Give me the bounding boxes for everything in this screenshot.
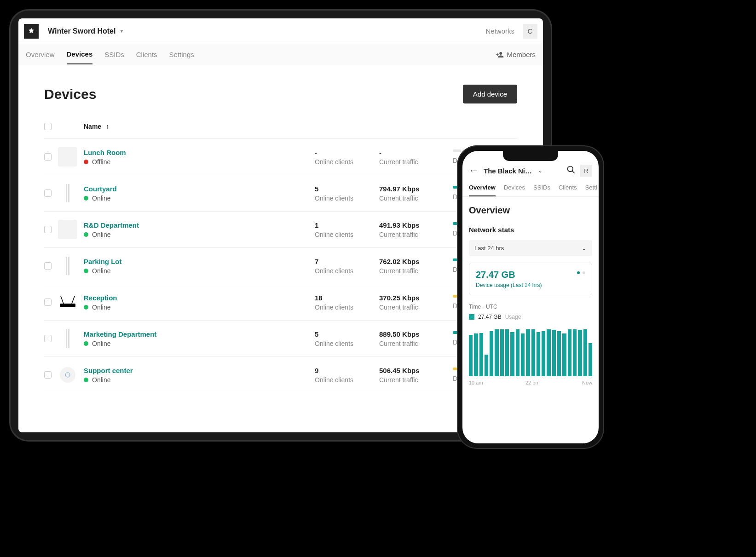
chart-bar bbox=[516, 329, 519, 376]
device-name-link[interactable]: R&D Department bbox=[84, 221, 315, 229]
row-checkbox[interactable] bbox=[44, 335, 52, 342]
legend-value: 27.47 GB bbox=[478, 314, 502, 320]
chart-bar bbox=[531, 329, 535, 376]
clients-label: Online clients bbox=[315, 340, 379, 347]
traffic-value: 506.45 Kbps bbox=[379, 367, 453, 374]
clients-value: - bbox=[315, 149, 379, 156]
row-checkbox[interactable] bbox=[44, 262, 52, 270]
chart-bar bbox=[573, 329, 577, 376]
tab-ssids[interactable]: SSIDs bbox=[104, 45, 124, 64]
table-row[interactable]: Support center Online 9 Online clients 5… bbox=[44, 357, 517, 393]
tab-overview[interactable]: Overview bbox=[26, 45, 55, 64]
members-button[interactable]: Members bbox=[496, 51, 536, 59]
phone-tab-devices[interactable]: Devices bbox=[504, 184, 525, 196]
row-checkbox[interactable] bbox=[44, 153, 52, 161]
traffic-label: Current traffic bbox=[379, 195, 453, 202]
device-status: Online bbox=[84, 267, 315, 275]
traffic-value: 491.93 Kbps bbox=[379, 221, 453, 229]
device-status: Online bbox=[84, 231, 315, 238]
pager-dot[interactable] bbox=[577, 271, 580, 274]
device-name-link[interactable]: Parking Lot bbox=[84, 258, 315, 265]
row-checkbox[interactable] bbox=[44, 299, 52, 306]
device-name-link[interactable]: Courtyard bbox=[84, 185, 315, 193]
col-name[interactable]: Name ↑ bbox=[84, 123, 315, 130]
chevron-down-icon[interactable]: ⌄ bbox=[538, 167, 542, 174]
clients-label: Online clients bbox=[315, 195, 379, 202]
chart-x-axis: 10 am 22 pm Now bbox=[469, 380, 592, 385]
avatar[interactable]: C bbox=[523, 24, 537, 39]
app-logo-icon bbox=[24, 24, 39, 39]
row-checkbox[interactable] bbox=[44, 371, 52, 379]
device-thumbnail bbox=[58, 329, 77, 348]
table-row[interactable]: Courtyard Online 5 Online clients 794.97… bbox=[44, 175, 517, 212]
phone-screen: ← The Black Ni… ⌄ R Overview Devices SSI… bbox=[462, 151, 599, 443]
legend-label: Usage bbox=[505, 314, 521, 320]
traffic-value: 370.25 Kbps bbox=[379, 294, 453, 302]
chevron-down-icon: ⌄ bbox=[582, 245, 587, 252]
chart-bar bbox=[578, 330, 582, 376]
svg-rect-6 bbox=[60, 304, 75, 307]
clients-value: 1 bbox=[315, 221, 379, 229]
device-thumbnail bbox=[58, 184, 77, 203]
svg-line-12 bbox=[572, 171, 575, 173]
phone-site-name[interactable]: The Black Ni… bbox=[484, 167, 533, 175]
chart-bar bbox=[505, 329, 509, 376]
device-name-link[interactable]: Lunch Room bbox=[84, 149, 315, 156]
phone-tab-settings[interactable]: Setti bbox=[585, 184, 597, 196]
chart-bar bbox=[537, 332, 540, 376]
device-status: Online bbox=[84, 376, 315, 384]
main-tabs: Overview Devices SSIDs Clients Settings … bbox=[18, 44, 543, 65]
status-dot-icon bbox=[84, 305, 88, 310]
traffic-value: 889.50 Kbps bbox=[379, 330, 453, 338]
traffic-label: Current traffic bbox=[379, 340, 453, 347]
caret-down-icon: ▼ bbox=[119, 29, 124, 34]
row-checkbox[interactable] bbox=[44, 189, 52, 197]
table-row[interactable]: Reception Online 18 Online clients 370.2… bbox=[44, 284, 517, 321]
svg-point-9 bbox=[60, 367, 75, 383]
add-device-button[interactable]: Add device bbox=[463, 85, 517, 103]
phone-tab-ssids[interactable]: SSIDs bbox=[533, 184, 550, 196]
dot-device-icon bbox=[59, 366, 76, 384]
table-row[interactable]: Lunch Room Offline - Online clients - Cu… bbox=[44, 139, 517, 175]
antenna-icon bbox=[66, 329, 69, 348]
axis-tick: 22 pm bbox=[525, 380, 540, 385]
traffic-label: Current traffic bbox=[379, 267, 453, 275]
tab-settings[interactable]: Settings bbox=[169, 45, 194, 64]
device-name-link[interactable]: Support center bbox=[84, 367, 315, 374]
device-status: Offline bbox=[84, 158, 315, 166]
phone-tab-clients[interactable]: Clients bbox=[559, 184, 577, 196]
traffic-label: Current traffic bbox=[379, 376, 453, 384]
usage-card[interactable]: 27.47 GB Device usage (Last 24 hrs) bbox=[469, 263, 592, 295]
svg-rect-8 bbox=[68, 329, 69, 348]
device-name-link[interactable]: Reception bbox=[84, 294, 315, 302]
networks-link[interactable]: Networks bbox=[485, 27, 514, 35]
svg-point-11 bbox=[568, 166, 573, 172]
phone-avatar[interactable]: R bbox=[580, 165, 592, 177]
tab-devices[interactable]: Devices bbox=[67, 45, 93, 64]
chart-bar bbox=[521, 333, 525, 376]
chart-bar bbox=[495, 329, 498, 376]
table-row[interactable]: Parking Lot Online 7 Online clients 762.… bbox=[44, 248, 517, 284]
pager-dot[interactable] bbox=[583, 271, 585, 274]
svg-rect-3 bbox=[68, 257, 69, 275]
tab-clients[interactable]: Clients bbox=[136, 45, 157, 64]
clients-label: Online clients bbox=[315, 267, 379, 275]
traffic-label: Current traffic bbox=[379, 304, 453, 311]
status-dot-icon bbox=[84, 341, 88, 346]
chart-bar bbox=[479, 333, 483, 376]
chart-bar bbox=[510, 332, 514, 376]
site-name: Winter Sword Hotel bbox=[48, 27, 115, 35]
network-stats-title: Network stats bbox=[469, 226, 592, 234]
table-row[interactable]: R&D Department Online 1 Online clients 4… bbox=[44, 212, 517, 248]
site-selector[interactable]: Winter Sword Hotel ▼ bbox=[48, 27, 124, 35]
back-arrow-icon[interactable]: ← bbox=[469, 165, 479, 177]
table-row[interactable]: Marketing Department Online 5 Online cli… bbox=[44, 321, 517, 357]
search-icon[interactable] bbox=[566, 165, 576, 177]
row-checkbox[interactable] bbox=[44, 226, 52, 233]
device-name-link[interactable]: Marketing Department bbox=[84, 330, 315, 338]
select-all-checkbox[interactable] bbox=[44, 123, 52, 130]
svg-rect-2 bbox=[66, 257, 67, 275]
load-segment bbox=[453, 149, 461, 152]
time-range-selector[interactable]: Last 24 hrs ⌄ bbox=[469, 240, 592, 256]
phone-tab-overview[interactable]: Overview bbox=[469, 184, 496, 196]
